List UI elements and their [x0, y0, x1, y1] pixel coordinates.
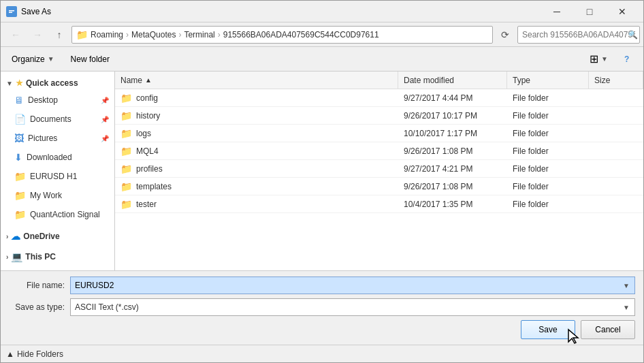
- file-date-logs: 10/10/2017 1:17 PM: [398, 125, 507, 142]
- table-row[interactable]: 📁 history 9/26/2017 10:17 PM File folder: [115, 107, 643, 125]
- organize-button[interactable]: Organize ▼: [6, 50, 60, 68]
- hide-folders-label: Hide Folders: [17, 349, 63, 359]
- onedrive-header[interactable]: › ☁ OneDrive: [1, 227, 114, 244]
- close-button[interactable]: ✕: [607, 1, 638, 22]
- refresh-button[interactable]: ⟳: [496, 26, 515, 44]
- view-button[interactable]: ⊞ ▼: [584, 50, 613, 68]
- file-size-mql4: [589, 142, 643, 159]
- folder-icon-history: 📁: [120, 110, 132, 121]
- thispc-icon: 💻: [11, 251, 22, 262]
- mywork-folder-icon: 📁: [14, 190, 26, 201]
- desktop-icon: 🖥: [14, 95, 24, 106]
- col-name[interactable]: Name ▲: [115, 72, 398, 89]
- savetype-select[interactable]: ASCII Text (*.csv): [70, 298, 635, 316]
- new-folder-label: New folder: [71, 54, 110, 64]
- sidebar-documents-label: Documents: [30, 114, 97, 124]
- col-date-label: Date modified: [404, 76, 454, 85]
- hide-folders-bar[interactable]: ▲ Hide Folders: [1, 345, 643, 362]
- breadcrumb-part-4: 915566BA06ADA407569C544CC0D97611: [223, 30, 379, 40]
- file-date-history: 9/26/2017 10:17 PM: [398, 107, 507, 124]
- quick-access-label: Quick access: [26, 78, 78, 88]
- file-name-history: 📁 history: [115, 107, 398, 124]
- window-title: Save As: [21, 7, 541, 16]
- file-type-mql4: File folder: [507, 142, 589, 159]
- window-controls: ─ □ ✕: [541, 1, 638, 22]
- sidebar-item-downloaded[interactable]: ⬇ Downloaded: [1, 148, 114, 167]
- file-date-profiles: 9/27/2017 4:21 PM: [398, 160, 507, 177]
- new-folder-button[interactable]: New folder: [65, 50, 115, 68]
- sidebar-section-quick-access: ▼ ★ Quick access 🖥 Desktop 📌 📄 Documents…: [1, 74, 114, 224]
- table-row[interactable]: 📁 logs 10/10/2017 1:17 PM File folder: [115, 125, 643, 142]
- search-input[interactable]: [517, 26, 640, 44]
- file-date-tester: 10/4/2017 1:35 PM: [398, 195, 507, 212]
- table-row[interactable]: 📁 templates 9/26/2017 1:08 PM File folde…: [115, 178, 643, 195]
- file-date-templates: 9/26/2017 1:08 PM: [398, 178, 507, 195]
- back-button[interactable]: ←: [6, 25, 25, 44]
- sidebar-item-eurusd[interactable]: 📁 EURUSD H1: [1, 167, 114, 186]
- forward-button[interactable]: →: [28, 25, 47, 44]
- thispc-header[interactable]: › 💻 This PC: [1, 247, 114, 265]
- table-row[interactable]: 📁 profiles 9/27/2017 4:21 PM File folder: [115, 160, 643, 178]
- quick-access-star-icon: ★: [16, 78, 23, 88]
- sidebar-item-mywork[interactable]: 📁 My Work: [1, 186, 114, 205]
- file-date-mql4: 9/26/2017 1:08 PM: [398, 142, 507, 159]
- sidebar-item-quantaction[interactable]: 📁 QuantAction Signal: [1, 205, 114, 224]
- file-type-templates: File folder: [507, 178, 589, 195]
- breadcrumb-sep-1: ›: [126, 30, 129, 40]
- sidebar-section-thispc: › 💻 This PC: [1, 247, 114, 265]
- file-size-config: [589, 89, 643, 106]
- savetype-row: Save as type: ASCII Text (*.csv): [9, 298, 635, 316]
- table-row[interactable]: 📁 MQL4 9/26/2017 1:08 PM File folder: [115, 142, 643, 160]
- breadcrumb-sep-3: ›: [218, 30, 221, 40]
- file-name-tester: 📁 tester: [115, 195, 398, 212]
- breadcrumb: Roaming › MetaQuotes › Terminal › 915566…: [91, 30, 379, 40]
- address-bar[interactable]: 📁 Roaming › MetaQuotes › Terminal › 9155…: [71, 26, 493, 44]
- file-type-logs: File folder: [507, 125, 589, 142]
- col-date-modified[interactable]: Date modified: [398, 72, 507, 89]
- title-bar: Save As ─ □ ✕: [1, 1, 643, 22]
- help-button[interactable]: ?: [619, 50, 638, 68]
- minimize-button[interactable]: ─: [541, 1, 573, 22]
- savetype-label: Save as type:: [9, 302, 70, 312]
- pin-icon-pics: 📌: [101, 135, 109, 142]
- filename-input[interactable]: [70, 277, 635, 294]
- save-as-dialog: Save As ─ □ ✕ ← → ↑ 📁 Roaming › MetaQuot…: [0, 0, 644, 363]
- onedrive-label: OneDrive: [23, 232, 59, 241]
- file-type-profiles: File folder: [507, 160, 589, 177]
- sidebar-item-pictures[interactable]: 🖼 Pictures 📌: [1, 129, 114, 148]
- file-list: Name ▲ Date modified Type Size 📁 config: [115, 72, 643, 270]
- sidebar-item-documents[interactable]: 📄 Documents 📌: [1, 110, 114, 129]
- window-icon: [6, 6, 17, 17]
- sidebar-pictures-label: Pictures: [28, 133, 97, 143]
- table-row[interactable]: 📁 tester 10/4/2017 1:35 PM File folder: [115, 195, 643, 213]
- svg-rect-2: [9, 12, 12, 13]
- file-name-profiles: 📁 profiles: [115, 160, 398, 177]
- pictures-icon: 🖼: [14, 133, 24, 144]
- sidebar-item-desktop[interactable]: 🖥 Desktop 📌: [1, 91, 114, 110]
- save-button[interactable]: Save: [521, 320, 575, 339]
- col-size-label: Size: [594, 76, 610, 85]
- bottom-area: File name: Save as type: ASCII Text (*.c…: [1, 270, 643, 345]
- svg-rect-1: [9, 10, 14, 12]
- up-button[interactable]: ↑: [50, 25, 69, 44]
- filename-row: File name:: [9, 277, 635, 294]
- search-icon: 🔍: [628, 30, 638, 40]
- cancel-button[interactable]: Cancel: [581, 320, 635, 339]
- sidebar-section-onedrive: › ☁ OneDrive: [1, 227, 114, 244]
- thispc-label: This PC: [25, 252, 56, 262]
- file-size-profiles: [589, 160, 643, 177]
- file-size-tester: [589, 195, 643, 212]
- view-icon: ⊞: [590, 52, 598, 65]
- table-row[interactable]: 📁 config 9/27/2017 4:44 PM File folder: [115, 89, 643, 107]
- file-name-logs: 📁 logs: [115, 125, 398, 142]
- pin-icon-docs: 📌: [101, 116, 109, 123]
- quick-access-header[interactable]: ▼ ★ Quick access: [1, 74, 114, 91]
- folder-icon-templates: 📁: [120, 181, 132, 192]
- col-type[interactable]: Type: [507, 72, 589, 89]
- navigation-bar: ← → ↑ 📁 Roaming › MetaQuotes › Terminal …: [1, 22, 643, 47]
- pin-icon: 📌: [101, 97, 109, 104]
- sidebar: ▼ ★ Quick access 🖥 Desktop 📌 📄 Documents…: [1, 72, 115, 270]
- col-size[interactable]: Size: [589, 72, 643, 89]
- breadcrumb-part-2: MetaQuotes: [131, 30, 176, 40]
- maximize-button[interactable]: □: [574, 1, 605, 22]
